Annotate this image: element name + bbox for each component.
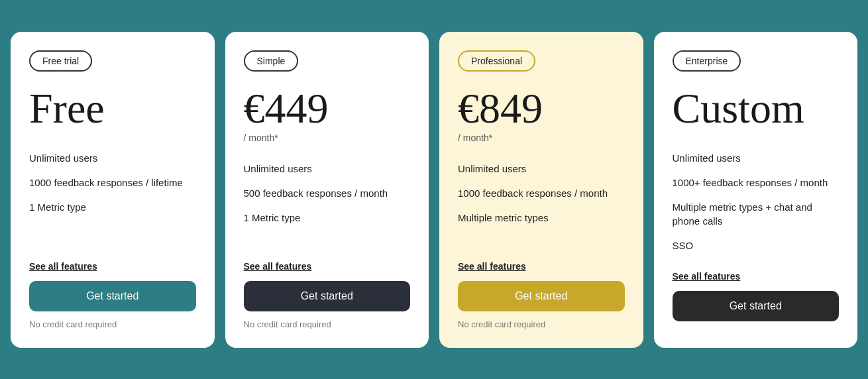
feature-item-free-trial-1: 1000 feedback responses / lifetime xyxy=(29,176,196,190)
price-enterprise: Custom xyxy=(673,87,840,130)
feature-item-enterprise-3: SSO xyxy=(673,239,840,252)
feature-item-professional-1: 1000 feedback responses / month xyxy=(458,186,625,200)
features-list-professional: Unlimited users1000 feedback responses /… xyxy=(458,162,625,243)
plan-badge-simple: Simple xyxy=(244,50,299,72)
feature-item-simple-0: Unlimited users xyxy=(244,162,411,176)
feature-item-professional-0: Unlimited users xyxy=(458,162,625,176)
price-period-professional: / month* xyxy=(458,133,625,143)
get-started-button-professional[interactable]: Get started xyxy=(458,281,625,311)
feature-item-free-trial-2: 1 Metric type xyxy=(29,200,196,214)
feature-item-simple-1: 500 feedback responses / month xyxy=(244,186,411,200)
feature-item-enterprise-1: 1000+ feedback responses / month xyxy=(673,176,840,190)
pricing-card-enterprise: EnterpriseCustomUnlimited users1000+ fee… xyxy=(654,32,858,348)
see-all-features-simple[interactable]: See all features xyxy=(244,261,411,272)
features-list-simple: Unlimited users500 feedback responses / … xyxy=(244,162,411,243)
no-credit-card-professional: No credit card required xyxy=(458,319,625,329)
feature-item-enterprise-0: Unlimited users xyxy=(673,151,840,165)
plan-badge-free-trial: Free trial xyxy=(29,50,92,72)
no-credit-card-free-trial: No credit card required xyxy=(29,319,196,329)
see-all-features-enterprise[interactable]: See all features xyxy=(673,271,840,282)
price-professional: €849 xyxy=(458,87,625,130)
price-period-simple: / month* xyxy=(244,133,411,143)
see-all-features-professional[interactable]: See all features xyxy=(458,261,625,272)
price-simple: €449 xyxy=(244,87,411,130)
pricing-card-simple: Simple€449/ month*Unlimited users500 fee… xyxy=(225,32,429,348)
pricing-card-professional: Professional€849/ month*Unlimited users1… xyxy=(439,32,643,348)
feature-item-enterprise-2: Multiple metric types + chat and phone c… xyxy=(673,200,840,228)
see-all-features-free-trial[interactable]: See all features xyxy=(29,261,196,272)
plan-badge-enterprise: Enterprise xyxy=(673,50,741,72)
feature-item-simple-2: 1 Metric type xyxy=(244,211,411,225)
get-started-button-enterprise[interactable]: Get started xyxy=(673,291,840,321)
pricing-container: Free trialFreeUnlimited users1000 feedba… xyxy=(11,32,857,348)
feature-item-free-trial-0: Unlimited users xyxy=(29,151,196,165)
features-list-free-trial: Unlimited users1000 feedback responses /… xyxy=(29,151,196,243)
features-list-enterprise: Unlimited users1000+ feedback responses … xyxy=(673,151,840,252)
plan-badge-professional: Professional xyxy=(458,50,535,72)
pricing-card-free-trial: Free trialFreeUnlimited users1000 feedba… xyxy=(11,32,215,348)
get-started-button-simple[interactable]: Get started xyxy=(244,281,411,311)
feature-item-professional-2: Multiple metric types xyxy=(458,211,625,225)
get-started-button-free-trial[interactable]: Get started xyxy=(29,281,196,311)
no-credit-card-simple: No credit card required xyxy=(244,319,411,329)
price-free-trial: Free xyxy=(29,87,196,130)
